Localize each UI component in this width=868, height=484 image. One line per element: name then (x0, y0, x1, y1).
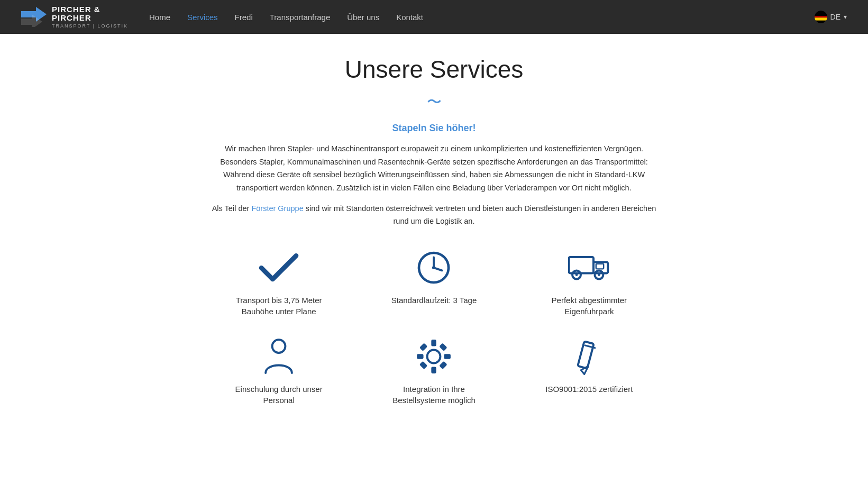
feature-integration-label: Integration in IhreBestellsysteme möglic… (392, 383, 476, 406)
svg-rect-27 (419, 361, 427, 369)
feature-delivery-time-label: Standardlaufzeit: 3 Tage (391, 295, 477, 306)
body-paragraph-2-pre: Als Teil der (212, 204, 252, 213)
forster-gruppe-link[interactable]: Förster Gruppe (251, 204, 303, 213)
nav-fredi[interactable]: Fredi (235, 13, 253, 22)
nav-services[interactable]: Services (187, 13, 218, 22)
tilde-divider: 〜 (207, 92, 662, 112)
body-paragraph-2-post: sind wir mit Standorten österreichweit v… (304, 204, 656, 226)
svg-rect-24 (444, 354, 451, 359)
svg-rect-5 (815, 15, 827, 16)
svg-rect-13 (596, 264, 604, 269)
feature-fleet-label: Perfekt abgestimmterEigenfuhrpark (552, 295, 627, 317)
certificate-icon (568, 338, 610, 375)
svg-point-10 (432, 266, 435, 269)
logo-brand: PIRCHER & (52, 5, 128, 14)
gear-icon (413, 338, 455, 375)
feature-transport-height: Transport bis 3,75 MeterBauhöhe unter Pl… (207, 249, 351, 317)
feature-training: Einschulung durch unserPersonal (207, 338, 351, 406)
nav-lang-selector[interactable]: DE ▾ (815, 11, 847, 23)
chevron-down-icon[interactable]: ▾ (844, 13, 847, 21)
svg-point-17 (598, 273, 600, 276)
icons-grid: Transport bis 3,75 MeterBauhöhe unter Pl… (207, 249, 662, 406)
nav-kontakt[interactable]: Kontakt (396, 13, 423, 22)
truck-icon (568, 249, 610, 286)
svg-point-15 (575, 273, 578, 276)
feature-iso-label: ISO9001:2015 zertifiziert (545, 383, 633, 395)
feature-integration: Integration in IhreBestellsysteme möglic… (362, 338, 506, 406)
section-subtitle: Stapeln Sie höher! (207, 123, 662, 134)
svg-rect-26 (440, 343, 447, 351)
body-paragraph-2: Als Teil der Förster Gruppe sind wir mit… (207, 202, 662, 228)
svg-rect-21 (432, 340, 436, 346)
svg-rect-28 (440, 361, 447, 369)
feature-transport-height-label: Transport bis 3,75 MeterBauhöhe unter Pl… (236, 295, 322, 317)
nav-links: Home Services Fredi Transportanfrage Übe… (149, 13, 815, 22)
checkmark-icon (258, 249, 300, 286)
svg-rect-22 (432, 367, 436, 373)
flag-icon (815, 11, 827, 23)
feature-iso: ISO9001:2015 zertifiziert (517, 338, 661, 406)
nav-ueber-uns[interactable]: Über uns (347, 13, 379, 22)
navbar: PIRCHER & PIRCHER TRANSPORT | LOGISTIK H… (0, 0, 868, 34)
logo-sub: TRANSPORT | LOGISTIK (52, 24, 128, 29)
svg-rect-25 (419, 343, 427, 351)
feature-fleet: Perfekt abgestimmterEigenfuhrpark (517, 249, 661, 317)
svg-point-19 (272, 340, 286, 353)
person-icon (258, 338, 300, 375)
svg-rect-23 (417, 354, 424, 359)
feature-delivery-time: Standardlaufzeit: 3 Tage (362, 249, 506, 317)
main-content: Unsere Services 〜 Stapeln Sie höher! Wir… (196, 34, 672, 437)
svg-rect-4 (815, 17, 827, 20)
page-title: Unsere Services (207, 55, 662, 84)
body-paragraph-1: Wir machen Ihren Stapler- und Maschinent… (207, 142, 662, 195)
svg-rect-11 (569, 257, 593, 273)
nav-transportanfrage[interactable]: Transportanfrage (270, 13, 331, 22)
logo[interactable]: PIRCHER & PIRCHER TRANSPORT | LOGISTIK (21, 5, 128, 29)
lang-label: DE (830, 13, 840, 21)
feature-training-label: Einschulung durch unserPersonal (235, 383, 323, 406)
clock-icon (413, 249, 455, 286)
svg-point-20 (427, 350, 441, 363)
nav-home[interactable]: Home (149, 13, 170, 22)
logo-brand2: PIRCHER (52, 14, 128, 23)
logo-arrow-icon (21, 7, 47, 27)
